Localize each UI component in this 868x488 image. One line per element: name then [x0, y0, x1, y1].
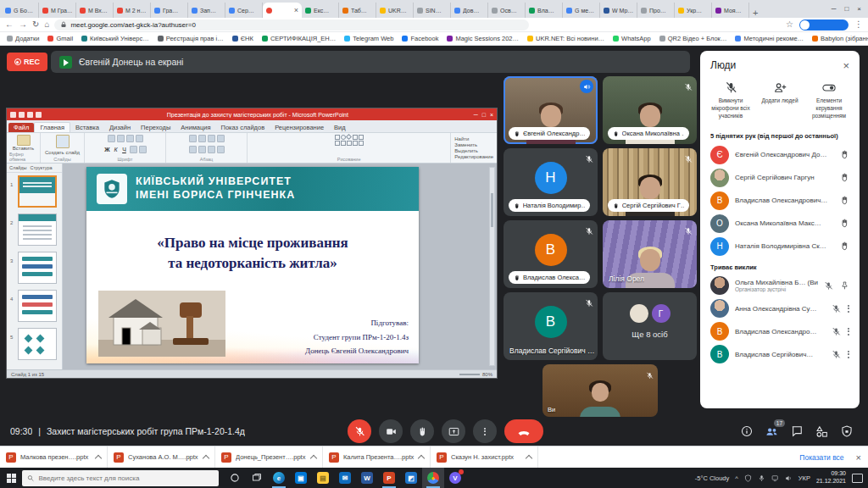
- ppt-tab-design[interactable]: Дизайн: [104, 123, 136, 132]
- taskbar-search[interactable]: [22, 470, 219, 486]
- pin-icon[interactable]: [840, 281, 849, 291]
- taskbar-app-viber[interactable]: V: [444, 468, 466, 488]
- bookmark[interactable]: СЕРТИФІКАЦІЯ_ЕН…: [262, 35, 336, 42]
- bookmark[interactable]: Telegram Web: [344, 35, 393, 42]
- save-icon[interactable]: [10, 112, 16, 118]
- slide-canvas[interactable]: КИЇВСЬКИЙ УНІВЕРСИТЕТ ІМЕНІ БОРИСА ГРІНЧ…: [86, 167, 419, 363]
- browser-tab[interactable]: Сер…: [225, 3, 263, 18]
- mic-toggle-button[interactable]: [348, 419, 371, 443]
- new-tab-button[interactable]: +: [753, 8, 758, 18]
- profile-chip[interactable]: [799, 19, 849, 30]
- slide-scrollbar[interactable]: [489, 167, 495, 366]
- browser-tab[interactable]: Моя…: [712, 3, 749, 18]
- forward-icon[interactable]: →: [19, 20, 27, 29]
- align-center-icon[interactable]: [198, 146, 206, 153]
- participant-row[interactable]: Н Наталія Володимирівна Ск…: [700, 235, 860, 258]
- slide-thumbnail-1[interactable]: [18, 175, 57, 208]
- bookmark-apps[interactable]: Додатки: [7, 35, 39, 42]
- paste-icon[interactable]: [17, 135, 31, 146]
- bookmark[interactable]: Gmail: [47, 35, 73, 42]
- ppt-tab-file[interactable]: Файл: [8, 123, 34, 132]
- ppt-tab-insert[interactable]: Вставка: [70, 123, 104, 132]
- align-left-icon[interactable]: [189, 146, 197, 153]
- browser-menu-icon[interactable]: ⋮: [854, 20, 863, 29]
- search-input[interactable]: [38, 474, 214, 482]
- replace-button[interactable]: Заменить: [454, 142, 493, 147]
- taskbar-clock[interactable]: 09:30 21.12.2021: [816, 470, 846, 485]
- bold-button[interactable]: Ж: [104, 147, 111, 152]
- shapes-gallery[interactable]: [335, 135, 364, 146]
- start-slideshow-icon[interactable]: [36, 112, 42, 118]
- browser-tab[interactable]: M Гра…: [39, 3, 76, 18]
- volume-tray-icon[interactable]: [785, 474, 793, 482]
- video-tile-participant[interactable]: Євгеній Олександр…: [504, 76, 598, 144]
- browser-tab[interactable]: G Бо…: [2, 3, 39, 18]
- maximize-icon[interactable]: □: [844, 5, 849, 13]
- browser-tab[interactable]: Гра…: [151, 3, 188, 18]
- bookmark[interactable]: QR2 Відео + Блок…: [659, 35, 727, 42]
- browser-tab[interactable]: Вла…: [526, 3, 563, 18]
- bullets-icon[interactable]: [189, 135, 197, 142]
- home-icon[interactable]: ⌂: [44, 20, 49, 29]
- activities-button[interactable]: [815, 425, 828, 438]
- ppt-maximize-icon[interactable]: □: [482, 112, 486, 118]
- ppt-minimize-icon[interactable]: ─: [474, 112, 478, 118]
- select-button[interactable]: Выделить: [454, 148, 493, 153]
- taskbar-app-edge[interactable]: e: [268, 468, 290, 488]
- ppt-tab-review[interactable]: Рецензирование: [270, 123, 329, 132]
- more-options-icon[interactable]: [848, 303, 849, 313]
- security-tray-icon[interactable]: [744, 474, 752, 482]
- action-center-icon[interactable]: [852, 474, 863, 483]
- video-tile-participant[interactable]: Сергій Сергійович Г…: [603, 148, 697, 216]
- chevron-up-icon[interactable]: [526, 455, 532, 462]
- close-icon[interactable]: ×: [857, 5, 861, 13]
- more-options-button[interactable]: [473, 419, 497, 443]
- video-tile-participant[interactable]: Н Наталія Володимир…: [504, 148, 598, 216]
- downloaded-file[interactable]: PСказун Н. захист.pptx: [431, 446, 538, 468]
- bookmark[interactable]: Magic Sessions 202…: [447, 35, 519, 42]
- participant-row[interactable]: Сергій Сергійович Гаргун: [700, 166, 860, 189]
- underline-button[interactable]: Ч: [121, 147, 128, 152]
- host-controls-button[interactable]: Елементи керування розміщенням: [805, 81, 853, 119]
- ppt-tab-view[interactable]: Вид: [329, 123, 351, 132]
- add-people-button[interactable]: Додати людей: [756, 81, 804, 119]
- more-options-icon[interactable]: [848, 349, 849, 359]
- slide-thumbnail-3[interactable]: [18, 252, 57, 284]
- language-indicator[interactable]: УКР: [798, 474, 810, 482]
- back-icon[interactable]: ←: [5, 20, 14, 29]
- participant-row[interactable]: Є Євгеній Олександрович До…: [700, 143, 860, 166]
- chevron-up-icon[interactable]: [203, 455, 209, 462]
- downloaded-file[interactable]: PКалита Презента….pptx: [323, 446, 431, 468]
- line-spacing-icon[interactable]: [217, 135, 225, 142]
- ppt-tab-slideshow[interactable]: Показ слайдов: [216, 123, 270, 132]
- chevron-up-icon[interactable]: [310, 455, 317, 462]
- network-tray-icon[interactable]: [771, 474, 779, 482]
- mute-all-button[interactable]: Вимкнути мікрофони всіх учасників: [707, 81, 754, 119]
- slide-thumbnail-5[interactable]: [18, 328, 57, 360]
- mic-tray-icon[interactable]: [758, 474, 765, 482]
- browser-tab[interactable]: SIN…: [414, 3, 451, 18]
- slide-thumbnail-4[interactable]: [18, 290, 57, 322]
- video-tile-participant[interactable]: Оксана Миколаївна …: [603, 76, 697, 144]
- bookmark[interactable]: Facebook: [402, 35, 438, 42]
- close-panel-icon[interactable]: ×: [843, 60, 849, 71]
- host-controls-shield-button[interactable]: [841, 425, 853, 437]
- undo-icon[interactable]: [19, 112, 25, 118]
- zoom-slider[interactable]: [459, 374, 480, 375]
- redo-icon[interactable]: [27, 112, 33, 118]
- chevron-up-icon[interactable]: [418, 455, 425, 462]
- align-right-icon[interactable]: [208, 146, 215, 153]
- participant-row[interactable]: В Владислав Олександрович…: [700, 189, 860, 212]
- participant-row-organizer[interactable]: Ольга Михайлівна Б… (Ви)Організатор зуст…: [700, 274, 860, 297]
- browser-tab[interactable]: W Мр…: [600, 3, 637, 18]
- ppt-tab-animations[interactable]: Анимация: [175, 123, 215, 132]
- people-button[interactable]: 17: [765, 425, 778, 438]
- browser-tab[interactable]: M 2 н…: [114, 3, 151, 18]
- browser-tab[interactable]: Дов…: [451, 3, 488, 18]
- tab-outline[interactable]: Структура: [30, 165, 52, 170]
- task-view-icon[interactable]: [246, 468, 268, 488]
- browser-tab[interactable]: Зап…: [188, 3, 225, 18]
- chat-button[interactable]: [791, 425, 803, 437]
- bookmark[interactable]: Babylon (зібрання)…: [812, 35, 868, 42]
- grow-font-icon[interactable]: [126, 135, 134, 142]
